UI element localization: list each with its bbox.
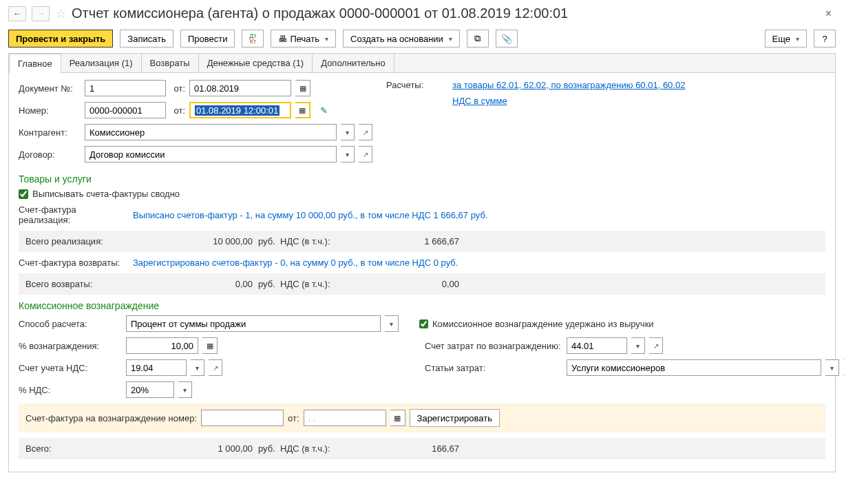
grand-total-vat: 166,67	[342, 443, 459, 454]
post-and-close-button[interactable]: Провести и закрыть	[8, 30, 113, 48]
dropdown-icon[interactable]: ▾	[341, 124, 355, 140]
commission-section-title: Комиссионное вознаграждение	[19, 300, 825, 311]
contract-label: Договор:	[19, 149, 81, 160]
counterparty-input[interactable]	[85, 124, 337, 140]
sf-returns-link[interactable]: Зарегистрировано счетов-фактур - 0, на с…	[133, 258, 458, 268]
dropdown-icon[interactable]: ▾	[825, 359, 839, 376]
open-icon[interactable]: ↗	[649, 337, 663, 354]
contract-input[interactable]	[85, 146, 337, 162]
total-returns-label: Всего возвраты:	[25, 279, 136, 289]
calendar-icon[interactable]: ▦	[295, 102, 310, 118]
related-docs-button[interactable]: ⧉	[467, 30, 489, 48]
open-icon[interactable]: ↗	[209, 359, 222, 376]
goods-section-title: Товары и услуги	[19, 174, 825, 185]
calc-label: Расчеты:	[386, 80, 448, 90]
paperclip-icon: 📎	[501, 34, 512, 44]
tab-returns[interactable]: Возвраты	[141, 53, 199, 72]
vat-pct-label: % НДС:	[19, 385, 122, 395]
number-label: Номер:	[19, 105, 81, 116]
attachment-button[interactable]: 📎	[496, 30, 518, 48]
grand-total-label: Всего:	[25, 443, 136, 454]
total-sales-label: Всего реализация:	[25, 236, 136, 246]
more-button[interactable]: Еще	[765, 30, 807, 48]
help-button[interactable]: ?	[814, 30, 836, 48]
cost-acc-label: Счет затрат по вознаграждению:	[425, 341, 562, 351]
held-from-revenue-label: Комиссионное вознаграждение удержано из …	[432, 319, 654, 329]
total-returns-vat: 0,00	[342, 279, 459, 289]
window-title: Отчет комиссионера (агента) о продажах 0…	[72, 6, 816, 21]
tab-sales[interactable]: Реализация (1)	[61, 53, 142, 72]
sf-commission-date-input[interactable]	[304, 410, 386, 426]
from-label-1: от:	[170, 83, 185, 94]
summary-invoices-checkbox[interactable]	[19, 189, 28, 199]
number-date-input[interactable]: 01.08.2019 12:00:01	[189, 102, 291, 118]
nav-forward-button[interactable]: →	[32, 6, 50, 21]
edit-icon[interactable]: ✎	[320, 105, 328, 116]
dropdown-icon[interactable]: ▾	[178, 381, 192, 398]
dropdown-icon[interactable]: ▾	[631, 337, 645, 354]
nav-back-button[interactable]: ←	[8, 6, 26, 21]
sf-returns-label: Счет-фактура возвраты:	[19, 258, 129, 268]
dropdown-icon[interactable]: ▾	[385, 315, 399, 332]
method-label: Способ расчета:	[19, 319, 122, 329]
calc-link[interactable]: за товары 62.01, 62.02, по вознаграждени…	[452, 80, 685, 90]
tab-extra[interactable]: Дополнительно	[312, 53, 394, 72]
held-from-revenue-checkbox[interactable]	[419, 319, 428, 328]
dropdown-icon[interactable]: ▾	[191, 359, 204, 376]
post-button[interactable]: Провести	[180, 30, 235, 48]
calendar-icon[interactable]: ▦	[390, 410, 405, 426]
from-label-2: от:	[170, 105, 185, 116]
pct-input[interactable]	[126, 337, 198, 354]
open-icon[interactable]: ↗	[359, 124, 372, 140]
grand-total-value: 1 000,00	[136, 443, 253, 454]
tab-cash[interactable]: Денежные средства (1)	[198, 53, 313, 72]
sf-commission-number-input[interactable]	[201, 410, 284, 426]
calc-icon[interactable]: ▦	[202, 337, 218, 354]
cost-acc-input[interactable]	[567, 337, 627, 354]
sf-commission-label: Счет-фактура на вознаграждение номер:	[25, 413, 197, 423]
save-button[interactable]: Записать	[120, 30, 173, 48]
open-icon[interactable]: ↗	[359, 146, 372, 162]
favorite-icon[interactable]: ☆	[55, 6, 66, 21]
sf-sales-label: Счет-фактура реализация:	[19, 204, 129, 225]
vat-mode-link[interactable]: НДС в сумме	[452, 96, 507, 106]
number-input[interactable]	[85, 102, 166, 118]
tab-main[interactable]: Главное	[9, 54, 61, 73]
pct-label: % вознаграждения:	[19, 341, 122, 351]
vat-acc-label: Счет учета НДС:	[19, 363, 122, 373]
sf-sales-link[interactable]: Выписано счетов-фактур - 1, на сумму 10 …	[133, 210, 487, 220]
counterparty-label: Контрагент:	[19, 127, 81, 138]
summary-invoices-label: Выписывать счета-фактуры сводно	[32, 189, 180, 199]
print-button[interactable]: 🖶 Печать	[271, 30, 336, 48]
cost-item-label: Статьи затрат:	[425, 363, 562, 373]
doc-num-input[interactable]	[85, 80, 166, 96]
doc-num-label: Документ №:	[19, 83, 81, 94]
total-sales-vat: 1 666,67	[342, 236, 459, 246]
close-icon[interactable]: ×	[821, 8, 836, 20]
dropdown-icon[interactable]: ▾	[341, 146, 355, 162]
calendar-icon[interactable]: ▦	[295, 80, 310, 96]
register-button[interactable]: Зарегистрировать	[410, 409, 500, 427]
total-returns-value: 0,00	[136, 279, 253, 289]
cost-item-input[interactable]	[567, 359, 821, 376]
total-sales-value: 10 000,00	[136, 236, 253, 246]
doc-date-input[interactable]	[189, 80, 291, 96]
vat-acc-input[interactable]	[126, 359, 187, 376]
create-based-button[interactable]: Создать на основании	[343, 30, 460, 48]
method-input[interactable]	[126, 315, 381, 332]
dtkt-button[interactable]: ДтКт	[242, 30, 264, 48]
vat-pct-input[interactable]	[126, 381, 174, 398]
print-icon: 🖶	[278, 34, 287, 44]
